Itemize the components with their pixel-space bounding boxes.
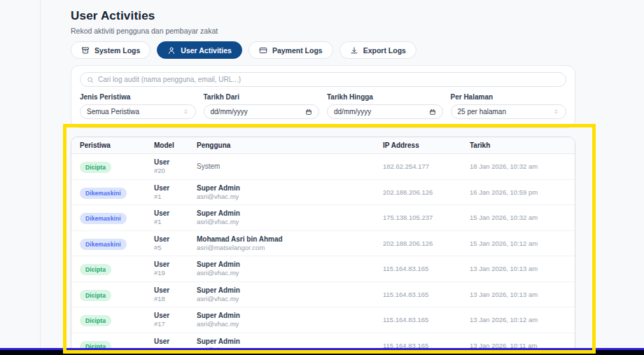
ip-address: 202.188.206.126	[383, 239, 470, 247]
ip-address: 115.164.83.165	[383, 291, 470, 298]
table-row: Dikemaskini User #1 Super Admin asri@vha…	[71, 180, 575, 206]
user-name: Super Admin	[197, 311, 383, 320]
filter-tarikh-hingga: Tarikh Hingga dd/mm/yyyy	[327, 93, 443, 119]
tab-payment-logs[interactable]: Payment Logs	[248, 41, 333, 59]
event-badge: Dicipta	[80, 162, 111, 173]
date: 13 Jan 2026, 10:13 am	[470, 265, 566, 272]
sidebar-edge	[40, 0, 41, 348]
event-badge: Dicipta	[80, 290, 111, 301]
select-value: Semua Peristiwa	[87, 108, 139, 116]
jenis-peristiwa-select[interactable]: Semua Peristiwa	[80, 104, 196, 119]
search-box[interactable]	[80, 72, 566, 87]
date: 15 Jan 2026, 10:12 am	[470, 239, 566, 247]
model-name: User	[154, 260, 197, 269]
user-email: asri@vhac.my	[197, 320, 383, 328]
event-badge: Dikemaskini	[80, 188, 127, 199]
user-email: asri@vhac.my	[197, 269, 383, 277]
chevron-updown-icon	[553, 108, 559, 116]
ip-address: 115.164.83.165	[383, 265, 470, 272]
model-id: #17	[154, 320, 197, 328]
ip-address: 175.138.105.237	[383, 214, 470, 221]
tab-label: Export Logs	[363, 46, 406, 55]
user-email: asri@vhac.my	[197, 193, 383, 201]
user-name: Super Admin	[197, 183, 383, 193]
filter-label: Per Halaman	[451, 93, 567, 101]
date: 13 Jan 2026, 10:12 am	[470, 316, 566, 323]
search-icon	[87, 74, 94, 86]
model-name: User	[154, 235, 197, 244]
user-name: Super Admin	[197, 209, 383, 218]
date-value: dd/mm/yyyy	[211, 108, 248, 116]
main-content: User Activities Rekod aktiviti pengguna …	[71, 0, 575, 354]
ip-address: 182.62.254.177	[383, 162, 470, 170]
event-badge: Dikemaskini	[80, 213, 127, 224]
table-row: Dicipta User #20 System 182.62.254.177 1…	[71, 154, 575, 180]
model-name: User	[154, 311, 197, 320]
search-input[interactable]	[98, 76, 559, 83]
filter-per-halaman: Per Halaman 25 per halaman	[451, 93, 567, 119]
ip-address: 202.188.206.126	[383, 188, 470, 196]
table-row: Dikemaskini User #1 Super Admin asri@vha…	[71, 205, 575, 231]
filter-label: Jenis Peristiwa	[80, 93, 196, 101]
tab-label: System Logs	[94, 46, 140, 55]
tab-label: User Activities	[181, 46, 232, 55]
column-header-model: Model	[154, 141, 197, 149]
download-icon	[350, 46, 358, 55]
user-icon	[167, 46, 176, 55]
user-name: Super Admin	[197, 337, 383, 346]
date: 13 Jan 2026, 10:13 am	[470, 291, 566, 298]
column-header-pengguna: Pengguna	[197, 141, 383, 149]
table-header: Peristiwa Model Pengguna IP Address Tari…	[71, 137, 575, 154]
model-id: #19	[154, 269, 197, 277]
event-badge: Dikemaskini	[80, 239, 127, 250]
tab-system-logs[interactable]: System Logs	[71, 41, 150, 59]
tab-label: Payment Logs	[272, 46, 323, 55]
per-halaman-select[interactable]: 25 per halaman	[451, 104, 567, 119]
tab-export-logs[interactable]: Export Logs	[340, 41, 416, 59]
user-name: Mohamad Asri bin Ahmad	[197, 235, 383, 244]
user-name: System	[197, 162, 383, 171]
date-value: dd/mm/yyyy	[334, 108, 371, 116]
table-row: Dikemaskini User #5 Mohamad Asri bin Ahm…	[71, 231, 575, 257]
page-subtitle: Rekod aktiviti pengguna dan pembayar zak…	[71, 27, 575, 35]
activity-table: Peristiwa Model Pengguna IP Address Tari…	[71, 137, 575, 354]
user-email: asri@matselangor.com	[197, 244, 383, 252]
tarikh-dari-input[interactable]: dd/mm/yyyy	[204, 104, 320, 119]
user-email: asri@vhac.my	[197, 218, 383, 226]
tab-user-activities[interactable]: User Activities	[157, 41, 242, 59]
filter-tarikh-dari: Tarikh Dari dd/mm/yyyy	[204, 93, 320, 119]
model-name: User	[154, 286, 197, 295]
window-bottom-bar	[0, 348, 644, 355]
model-id: #1	[154, 218, 197, 226]
model-id: #20	[154, 167, 197, 175]
date: 16 Jan 2026, 10:59 pm	[470, 188, 566, 196]
table-body: Dicipta User #20 System 182.62.254.177 1…	[71, 154, 575, 354]
user-email: asri@vhac.my	[197, 295, 383, 303]
archive-icon	[81, 46, 90, 55]
filter-label: Tarikh Dari	[204, 93, 320, 101]
filter-label: Tarikh Hingga	[327, 93, 443, 101]
model-name: User	[154, 158, 197, 167]
table-row: Dicipta User #17 Super Admin asri@vhac.m…	[71, 307, 575, 333]
tarikh-hingga-input[interactable]: dd/mm/yyyy	[327, 104, 443, 119]
model-name: User	[154, 337, 197, 346]
calendar-icon	[429, 109, 436, 116]
model-id: #1	[154, 193, 197, 201]
filter-panel: Jenis Peristiwa Semua Peristiwa Tarikh D…	[71, 65, 575, 128]
user-name: Super Admin	[197, 286, 383, 295]
select-value: 25 per halaman	[458, 108, 507, 116]
chevron-updown-icon	[183, 108, 189, 116]
event-badge: Dicipta	[80, 264, 111, 275]
filter-jenis-peristiwa: Jenis Peristiwa Semua Peristiwa	[80, 93, 196, 119]
ip-address: 115.164.83.165	[383, 316, 470, 323]
user-name: Super Admin	[197, 260, 383, 269]
model-id: #18	[154, 295, 197, 303]
date: 15 Jan 2026, 10:32 am	[470, 214, 566, 221]
filter-grid: Jenis Peristiwa Semua Peristiwa Tarikh D…	[80, 93, 566, 119]
card-icon	[259, 46, 267, 55]
model-name: User	[154, 183, 197, 193]
column-header-ip-address: IP Address	[383, 141, 470, 149]
tab-bar: System Logs User Activities Payment Logs…	[71, 41, 575, 59]
calendar-icon	[305, 109, 312, 116]
table-row: Dicipta User #18 Super Admin asri@vhac.m…	[71, 282, 575, 308]
